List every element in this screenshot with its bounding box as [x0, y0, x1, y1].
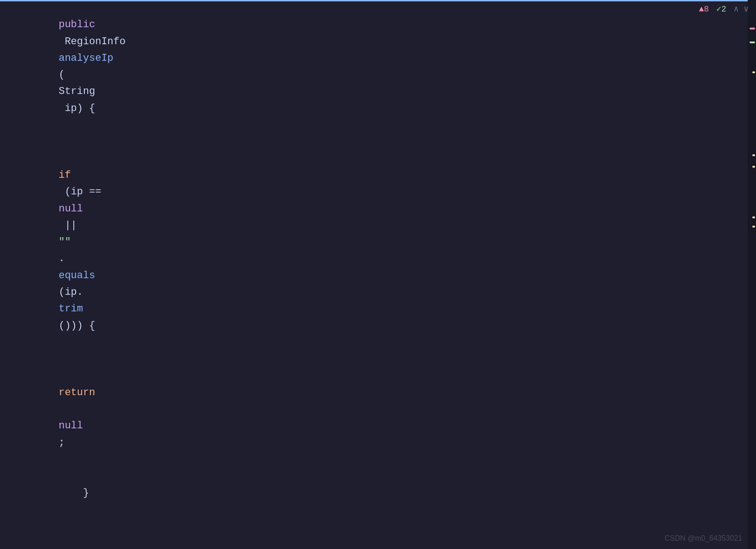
scrollbar-mark-4: [752, 154, 755, 156]
line-content-3: return null ;: [22, 351, 756, 468]
kw-public: public: [59, 19, 95, 30]
code-line-6: [5, 535, 756, 549]
scrollbar-track[interactable]: [748, 0, 756, 549]
code-line-2: if (ip == null || "" . equals (ip. trim …: [5, 134, 756, 351]
scrollbar-mark-2: [750, 41, 755, 43]
code-line-1: public RegionInfo analyseIp ( String ip)…: [5, 0, 756, 134]
code-line-5: [5, 518, 756, 535]
ok-badge: ✓2: [716, 3, 726, 17]
line-content-1: public RegionInfo analyseIp ( String ip)…: [22, 0, 756, 134]
scrollbar-mark-1: [750, 28, 755, 29]
fn-analyseIp: analyseIp: [59, 53, 113, 64]
top-bar: ▲8 ✓2 ∧ ∨: [691, 0, 756, 19]
scrollbar-mark-7: [752, 226, 755, 228]
code-line-3: return null ;: [5, 351, 756, 468]
code-area: public RegionInfo analyseIp ( String ip)…: [0, 0, 756, 549]
nav-arrows[interactable]: ∧ ∨: [734, 3, 749, 17]
scrollbar-mark-6: [752, 216, 755, 218]
warning-badge: ▲8: [699, 3, 709, 17]
line-content-2: if (ip == null || "" . equals (ip. trim …: [22, 134, 756, 351]
line-content-4: }: [22, 468, 756, 518]
code-line-4: }: [5, 468, 756, 518]
scrollbar-mark-5: [752, 166, 755, 168]
scrollbar-mark-3: [752, 71, 755, 73]
watermark: CSDN @m0_64353021: [665, 532, 742, 544]
